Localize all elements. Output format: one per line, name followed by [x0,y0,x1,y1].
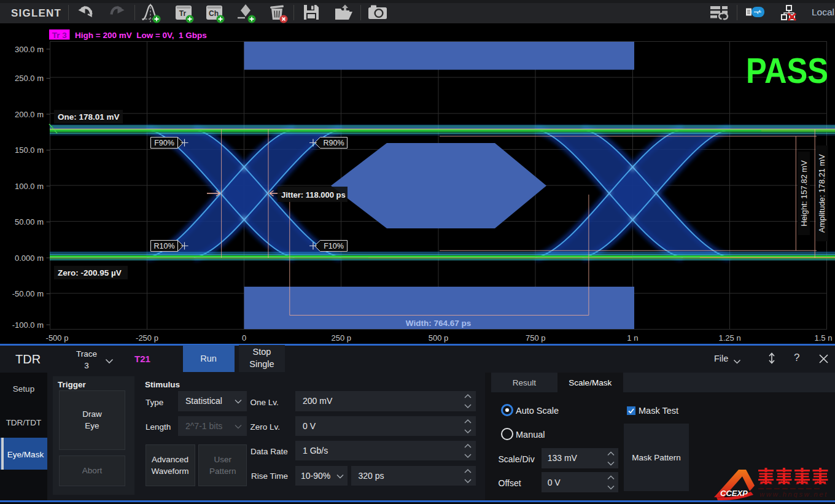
svg-text:Ch: Ch [209,9,219,18]
svg-text:500 p: 500 p [429,333,449,343]
svg-text:High = 200 mV Low = 0V, 1 Gb: High = 200 mV Low = 0V, 1 Gbps [75,31,207,40]
svg-text:150.0 m: 150.0 m [15,145,44,155]
svg-text:-250 p: -250 p [136,333,158,343]
svg-text:Zero: -200.95 µV: Zero: -200.95 µV [58,268,122,277]
svg-text:One: 178.01 mV: One: 178.01 mV [58,112,120,122]
svg-text:250.0 m: 250.0 m [15,74,44,83]
svg-text:F10%: F10% [324,242,344,250]
svg-text:Tr 3: Tr 3 [52,31,68,40]
svg-text:www.hnqsw.net: www.hnqsw.net [759,490,828,498]
svg-text:0: 0 [242,333,246,343]
svg-text:Tr: Tr [179,9,187,18]
svg-text:1.25 n: 1.25 n [719,333,741,343]
svg-text:R90%: R90% [323,139,344,147]
svg-text:Height: 157.82 mV: Height: 157.82 mV [799,160,809,227]
svg-text:250 p: 250 p [332,333,352,343]
svg-text:200.0 m: 200.0 m [15,110,44,119]
svg-text:Jitter: 118.000 ps: Jitter: 118.000 ps [281,190,346,200]
svg-text:50.00 m: 50.00 m [15,217,44,227]
svg-text:-500 p: -500 p [46,333,69,343]
svg-text:CCEXP: CCEXP [720,489,748,498]
svg-text:100.0 m: 100.0 m [15,182,44,191]
svg-text:F90%: F90% [154,139,174,147]
svg-text:R10%: R10% [153,242,174,250]
svg-text:-50.00 m: -50.00 m [12,289,44,298]
svg-text:750 p: 750 p [526,333,546,343]
svg-text:Width: 764.67 ps: Width: 764.67 ps [406,319,471,328]
svg-text:PASS: PASS [746,50,828,90]
svg-text:Amplitude: 178.21 mV: Amplitude: 178.21 mV [817,154,826,233]
svg-text:1.5 n: 1.5 n [815,333,833,343]
svg-text:1 n: 1 n [627,333,638,343]
svg-text:0.000 m: 0.000 m [15,254,44,263]
svg-text:-100.0 m: -100.0 m [12,320,44,330]
svg-text:300.0 m: 300.0 m [15,45,44,54]
